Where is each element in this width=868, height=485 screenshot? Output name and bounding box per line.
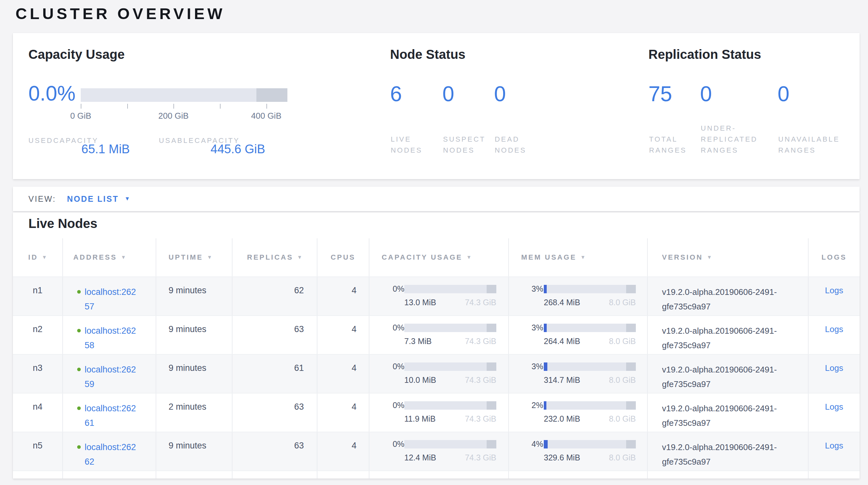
logs-link[interactable]: Logs — [825, 324, 843, 354]
column-header-version[interactable]: VERSION▼ — [647, 238, 808, 277]
replicas-cell: 63 — [232, 316, 317, 354]
version-value: v19.2.0-alpha.20190606-2491-gfe735c9a97 — [662, 440, 800, 469]
column-header-label: ADDRESS — [73, 253, 117, 262]
cpus-cell: 4 — [317, 355, 369, 393]
capacity-usage-cell: 0%13.0 MiB74.3 GiB — [369, 277, 508, 315]
metric-label-line: UNDER- — [701, 123, 757, 134]
replicas-value: 62 — [294, 286, 304, 295]
table-row: n3localhost:262599 minutes6140%10.0 MiB7… — [13, 354, 860, 393]
node-address-link[interactable]: localhost:26262 — [85, 440, 141, 470]
meter-total-value: 74.3 GiB — [465, 298, 496, 307]
replicas-value: 63 — [294, 441, 304, 450]
node-live-dot-icon — [77, 406, 81, 410]
node-id: n4 — [33, 402, 42, 411]
node-id-cell: n4 — [13, 394, 62, 432]
summary-metric: 0DEADNODES — [494, 82, 570, 106]
metric-label-line: LIVE — [391, 134, 423, 145]
mem-bar — [544, 440, 636, 449]
capacity-meter: 0% — [393, 323, 508, 333]
node-address-link[interactable]: localhost:26258 — [85, 324, 141, 354]
meter-used-value: 314.7 MiB — [544, 375, 580, 385]
node-address-cell: localhost:26258 — [62, 316, 156, 354]
empty-cell — [808, 471, 860, 479]
meter-used-fill — [544, 363, 547, 371]
logs-link[interactable]: Logs — [825, 402, 843, 432]
mem-meter: 3% — [531, 284, 647, 293]
meter-used-value: 7.3 MiB — [404, 337, 432, 346]
version-value: v19.2.0-alpha.20190606-2491-gfe735c9a97 — [662, 363, 800, 392]
sort-arrow-icon: ▼ — [466, 254, 471, 260]
capacity-bar-reserved-fill — [256, 88, 287, 102]
uptime-value: 2 minutes — [168, 402, 206, 411]
capacity-meter: 0% — [393, 401, 508, 410]
replication-status-heading: Replication Status — [648, 47, 761, 62]
meter-total-value: 8.0 GiB — [609, 337, 636, 346]
node-address-link[interactable]: localhost:26257 — [85, 285, 141, 315]
node-live-dot-icon — [77, 368, 81, 371]
stat-label-line: USABLE — [159, 137, 195, 145]
axis-tick — [267, 104, 267, 109]
chevron-down-icon: ▼ — [125, 196, 130, 202]
uptime-cell: 2 minutes — [156, 394, 232, 432]
column-header-capacity[interactable]: CAPACITY USAGE▼ — [369, 238, 508, 277]
column-header-label: REPLICAS — [247, 253, 293, 262]
empty-cell — [647, 471, 808, 479]
meter-percent: 4% — [531, 439, 544, 449]
meter-total-value: 8.0 GiB — [609, 414, 636, 424]
table-header-row: ID▼ADDRESS▼UPTIME▼REPLICAS▼CPUSCAPACITY … — [13, 238, 860, 277]
empty-cell — [232, 471, 317, 479]
empty-cell — [62, 471, 156, 479]
axis-tick — [220, 104, 221, 109]
node-id: n2 — [33, 324, 42, 334]
mem-meter: 4% — [531, 439, 647, 449]
column-header-address[interactable]: ADDRESS▼ — [62, 238, 156, 277]
column-header-uptime[interactable]: UPTIME▼ — [156, 238, 232, 277]
capacity-usage-cell: 0%7.3 MiB74.3 GiB — [369, 316, 508, 354]
node-address-link[interactable]: localhost:26259 — [85, 363, 141, 393]
cpus-value: 4 — [352, 324, 356, 334]
cpus-cell: 4 — [317, 316, 369, 354]
meter-percent: 0% — [393, 401, 404, 410]
meter-reserved-fill — [487, 324, 496, 332]
summary-metric: 0UNDER-REPLICATEDRANGES — [700, 82, 776, 106]
logs-link[interactable]: Logs — [825, 363, 843, 393]
node-address-link[interactable]: localhost:26261 — [85, 401, 141, 432]
mem-meter: 2% — [531, 401, 647, 410]
column-header-memory[interactable]: MEM USAGE▼ — [508, 238, 647, 277]
view-dropdown[interactable]: NODE LIST ▼ — [67, 194, 130, 204]
node-address-cell: localhost:26262 — [62, 432, 156, 470]
stat-label-line: USED — [28, 137, 53, 145]
mem-bar — [544, 285, 636, 293]
metric-label-line: SUSPECT — [443, 134, 486, 145]
uptime-value: 9 minutes — [168, 324, 206, 334]
logs-link[interactable]: Logs — [825, 441, 843, 470]
meter-percent: 0% — [393, 362, 404, 371]
node-live-dot-icon — [77, 445, 81, 449]
sort-arrow-icon: ▼ — [207, 254, 212, 260]
logs-link[interactable]: Logs — [825, 286, 843, 315]
logs-cell: Logs — [808, 355, 860, 393]
column-header-replicas[interactable]: REPLICAS▼ — [232, 238, 317, 277]
mem-usage-cell: 3%314.7 MiB8.0 GiB — [508, 355, 647, 393]
metric-label-line: RANGES — [778, 145, 840, 156]
sort-arrow-icon: ▼ — [707, 254, 712, 260]
replicas-cell: 63 — [232, 394, 317, 432]
view-label: VIEW: — [28, 194, 56, 204]
meter-total-value: 74.3 GiB — [465, 453, 496, 462]
replicas-cell: 61 — [232, 355, 317, 393]
meter-used-value: 12.4 MiB — [404, 453, 436, 462]
meter-used-fill — [544, 401, 547, 410]
sort-arrow-icon: ▼ — [297, 254, 302, 260]
meter-used-value: 11.9 MiB — [404, 414, 436, 424]
meter-total-value: 74.3 GiB — [465, 337, 496, 346]
capacity-meter: 0% — [393, 362, 508, 371]
empty-cell — [369, 471, 508, 479]
node-id-cell: n2 — [13, 316, 62, 354]
metric-label-line: NODES — [391, 145, 423, 156]
node-id-cell: n3 — [13, 355, 62, 393]
capacity-usage-cell: 0%11.9 MiB74.3 GiB — [369, 394, 508, 432]
metric-label: UNDER-REPLICATEDRANGES — [701, 123, 757, 156]
table-row-partial — [13, 470, 860, 479]
column-header-id[interactable]: ID▼ — [13, 238, 62, 277]
summary-card: Capacity Usage 0.0% 0 GiB200 GiB400 GiB … — [13, 33, 860, 179]
